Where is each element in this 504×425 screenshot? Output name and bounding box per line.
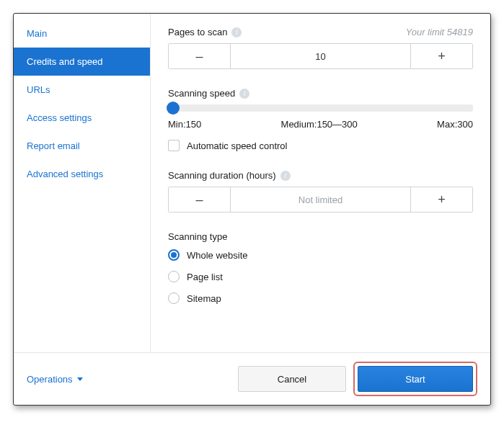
radio-label: Page list <box>187 272 223 282</box>
radio-whole-website[interactable]: Whole website <box>168 249 473 261</box>
sidebar-item-advanced-settings[interactable]: Advanced settings <box>14 160 150 188</box>
cancel-button[interactable]: Cancel <box>238 366 346 392</box>
sidebar-item-urls[interactable]: URLs <box>14 76 150 104</box>
start-button[interactable]: Start <box>358 366 473 392</box>
radio-label: Whole website <box>187 250 248 261</box>
pages-decrement-button[interactable]: – <box>169 44 231 68</box>
slider-track[interactable] <box>168 104 473 112</box>
operations-label: Operations <box>27 374 73 385</box>
settings-modal: Main Credits and speed URLs Access setti… <box>13 13 491 406</box>
caret-down-icon <box>77 377 83 381</box>
sidebar: Main Credits and speed URLs Access setti… <box>14 14 151 352</box>
pages-to-scan-header: Pages to scan i Your limit 54819 <box>168 27 473 37</box>
footer-actions: Cancel Start <box>238 362 477 396</box>
scanning-type-radio-group: Whole website Page list Sitemap <box>168 249 473 304</box>
radio-input[interactable] <box>168 249 180 261</box>
sidebar-item-access-settings[interactable]: Access settings <box>14 104 150 132</box>
start-button-highlight: Start <box>353 362 477 396</box>
radio-sitemap[interactable]: Sitemap <box>168 292 473 304</box>
auto-speed-row[interactable]: Automatic speed control <box>168 140 473 151</box>
slider-max-label: Max:300 <box>437 119 473 130</box>
slider-medium-label: Medium:150—300 <box>281 119 358 130</box>
scanning-type-text: Scanning type <box>168 231 227 242</box>
duration-increment-button[interactable]: + <box>410 187 472 212</box>
pages-increment-button[interactable]: + <box>410 44 472 68</box>
main-panel: Pages to scan i Your limit 54819 – 10 + … <box>151 14 490 352</box>
scanning-duration-section: Scanning duration (hours) i – Not limite… <box>168 170 473 212</box>
modal-footer: Operations Cancel Start <box>14 353 490 405</box>
pages-value[interactable]: 10 <box>231 44 410 68</box>
info-icon[interactable]: i <box>280 171 291 181</box>
info-icon[interactable]: i <box>239 89 249 99</box>
scanning-duration-label: Scanning duration (hours) i <box>168 170 473 181</box>
scanning-speed-text: Scanning speed <box>168 88 235 99</box>
auto-speed-label: Automatic speed control <box>187 140 287 151</box>
scanning-speed-label: Scanning speed i <box>168 88 473 99</box>
scanning-type-label: Scanning type <box>168 231 473 242</box>
scanning-type-section: Scanning type Whole website Page list Si… <box>168 231 473 304</box>
sidebar-item-credits-speed[interactable]: Credits and speed <box>14 48 150 76</box>
info-icon[interactable]: i <box>231 27 242 37</box>
radio-label: Sitemap <box>187 293 221 304</box>
pages-to-scan-label: Pages to scan i <box>168 27 242 37</box>
sidebar-item-main[interactable]: Main <box>14 19 150 48</box>
radio-input[interactable] <box>168 271 180 282</box>
sidebar-item-report-email[interactable]: Report email <box>14 132 150 160</box>
radio-page-list[interactable]: Page list <box>168 271 473 282</box>
duration-stepper: – Not limited + <box>168 187 473 212</box>
pages-stepper: – 10 + <box>168 43 473 69</box>
modal-body: Main Credits and speed URLs Access setti… <box>14 14 490 353</box>
scanning-speed-section: Scanning speed i Min:150 Medium:150—300 … <box>168 88 473 151</box>
duration-decrement-button[interactable]: – <box>169 187 231 212</box>
radio-input[interactable] <box>168 292 180 304</box>
operations-dropdown[interactable]: Operations <box>27 374 83 385</box>
slider-thumb[interactable] <box>167 102 180 115</box>
pages-to-scan-text: Pages to scan <box>168 27 227 37</box>
slider-min-label: Min:150 <box>168 119 201 130</box>
slider-labels: Min:150 Medium:150—300 Max:300 <box>168 119 473 130</box>
auto-speed-checkbox[interactable] <box>168 140 180 151</box>
limit-hint: Your limit 54819 <box>406 27 473 37</box>
speed-slider[interactable]: Min:150 Medium:150—300 Max:300 <box>168 104 473 130</box>
duration-value[interactable]: Not limited <box>231 187 410 212</box>
scanning-duration-text: Scanning duration (hours) <box>168 170 276 181</box>
